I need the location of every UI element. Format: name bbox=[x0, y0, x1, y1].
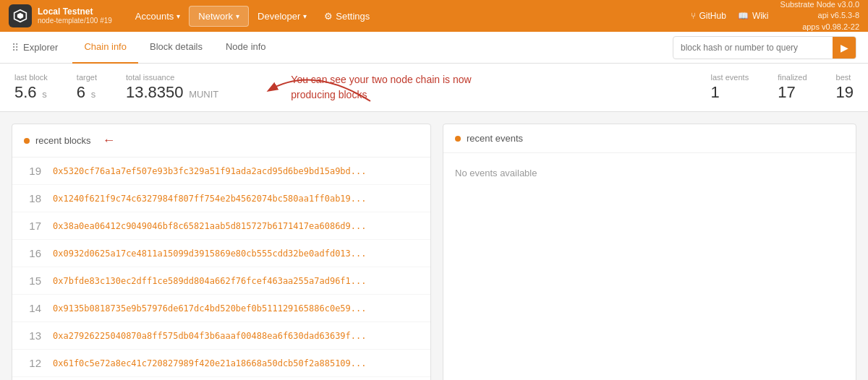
app-logo bbox=[9, 4, 32, 27]
stats-bar: last block 5.6 s target 6 s total issuan… bbox=[0, 64, 868, 112]
nav-accounts[interactable]: Accounts ▾ bbox=[127, 7, 189, 26]
table-row: 12 0x61f0c5e72a8ec41c720827989f420e21a18… bbox=[12, 350, 430, 377]
github-link[interactable]: ⑂ GitHub bbox=[691, 11, 726, 21]
github-icon: ⑂ bbox=[691, 11, 696, 21]
block-list: 19 0x5320cf76a1a7ef507e93b3fc329a51f91ad… bbox=[12, 157, 430, 380]
last-block-stat: last block 5.6 s bbox=[14, 73, 48, 102]
nav-network[interactable]: Network ▾ bbox=[189, 6, 249, 27]
recent-events-title: recent events bbox=[467, 133, 523, 144]
table-row: 11 0xe68055b1191515b901c43fb26017ac65a79… bbox=[12, 377, 430, 380]
top-nav: Local Testnet node-template/100 #19 Acco… bbox=[0, 0, 868, 32]
main-content: recent blocks ← 19 0x5320cf76a1a7ef507e9… bbox=[0, 112, 868, 380]
grid-icon: ⠿ bbox=[12, 42, 19, 53]
settings-icon: ⚙ bbox=[324, 11, 333, 22]
table-row: 15 0x7bfde83c130ec2dff1ce589dd804a662f76… bbox=[12, 267, 430, 295]
secondary-nav: ⠿ Explorer Chain info Block details Node… bbox=[0, 32, 868, 64]
search-button[interactable]: ▶ bbox=[833, 36, 856, 59]
nav-settings[interactable]: ⚙ Settings bbox=[315, 7, 378, 26]
explorer-label: ⠿ Explorer bbox=[12, 42, 58, 53]
tab-block-details[interactable]: Block details bbox=[138, 32, 214, 64]
node-info: Local Testnet node-template/100 #19 bbox=[38, 7, 112, 25]
table-row: 18 0x1240f621f9c74c6327984f807ff754e2b45… bbox=[12, 185, 430, 212]
node-name: Local Testnet bbox=[38, 7, 112, 17]
nav-items: Accounts ▾ Network ▾ Developer ▾ ⚙ Setti… bbox=[127, 6, 409, 27]
logo-icon bbox=[13, 9, 27, 23]
node-sub: node-template/100 #19 bbox=[38, 17, 112, 25]
events-panel-dot bbox=[455, 136, 461, 142]
table-row: 14 0x9135b0818735e9b57976de617dc4bd520be… bbox=[12, 295, 430, 322]
wiki-icon: 📖 bbox=[738, 11, 749, 21]
stats-right: last events 1 finalized 17 best 19 bbox=[711, 73, 854, 102]
recent-events-header: recent events bbox=[443, 124, 856, 153]
table-row: 13 0xa27926225040870a8ff575db04f3b6aaaf0… bbox=[12, 322, 430, 350]
arrow-indicator: ← bbox=[103, 133, 116, 148]
panel-dot bbox=[24, 138, 30, 144]
no-events-message: No events available bbox=[443, 153, 856, 193]
table-row: 19 0x5320cf76a1a7ef507e93b3fc329a51f91ad… bbox=[12, 157, 430, 185]
recent-blocks-header: recent blocks ← bbox=[12, 124, 430, 157]
tab-list: Chain info Block details Node info bbox=[72, 32, 277, 64]
recent-blocks-panel: recent blocks ← 19 0x5320cf76a1a7ef507e9… bbox=[12, 124, 431, 380]
svg-marker-1 bbox=[17, 13, 23, 19]
finalized-stat: finalized 17 bbox=[778, 73, 807, 102]
nav-right: ⑂ GitHub 📖 Wiki Substrate Node v3.0.0api… bbox=[691, 0, 860, 33]
table-row: 17 0x38a0ea06412c9049046bf8c65821aab5d81… bbox=[12, 212, 430, 240]
nav-developer[interactable]: Developer ▾ bbox=[249, 7, 315, 26]
annotation-area: You can see your two node chain is nowpr… bbox=[247, 72, 681, 103]
version-info: Substrate Node v3.0.0api v6.5.3-8apps v0… bbox=[780, 0, 859, 33]
recent-blocks-title: recent blocks bbox=[35, 135, 91, 146]
table-row: 16 0x0932d0625a17ce4811a15099d3915869e80… bbox=[12, 240, 430, 267]
wiki-link[interactable]: 📖 Wiki bbox=[738, 11, 769, 21]
tab-node-info[interactable]: Node info bbox=[214, 32, 278, 64]
best-stat: best 19 bbox=[836, 73, 854, 102]
annotation-text: You can see your two node chain is nowpr… bbox=[291, 72, 681, 103]
target-stat: target 6 s bbox=[77, 73, 97, 102]
search-bar: ▶ bbox=[673, 36, 856, 59]
search-input[interactable] bbox=[673, 43, 833, 53]
recent-events-panel: recent events No events available bbox=[443, 124, 856, 380]
tab-chain-info[interactable]: Chain info bbox=[72, 32, 138, 64]
total-issuance-stat: total issuance 13.8350 MUNIT bbox=[126, 73, 218, 102]
last-events-stat: last events 1 bbox=[711, 73, 749, 102]
network-caret: ▾ bbox=[236, 12, 239, 20]
accounts-caret: ▾ bbox=[176, 12, 180, 20]
developer-caret: ▾ bbox=[303, 12, 307, 20]
